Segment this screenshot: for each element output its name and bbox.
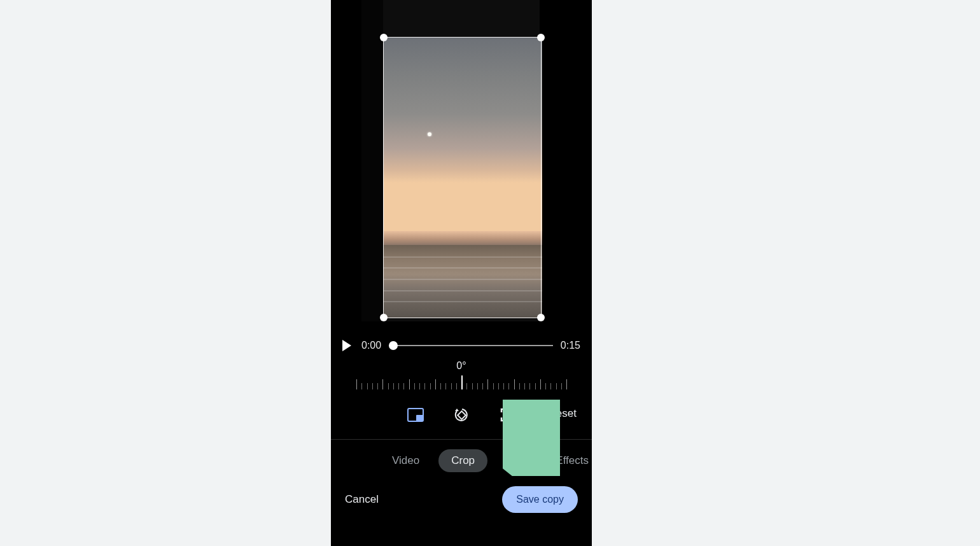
crop-dim-left: [361, 0, 383, 321]
crop-handle-bottom-left[interactable]: [380, 314, 388, 321]
play-icon[interactable]: [342, 340, 351, 351]
crop-handle-top-right[interactable]: [537, 34, 545, 41]
rotation-angle-label: 0°: [331, 360, 592, 372]
video-timeline: 0:00 0:15: [331, 334, 592, 357]
rotation-control: 0°: [331, 360, 592, 389]
expand-icon[interactable]: [498, 406, 516, 424]
reset-button[interactable]: Reset: [549, 407, 577, 420]
divider: [331, 439, 592, 440]
rotation-ruler[interactable]: [356, 375, 566, 389]
svg-rect-1: [416, 415, 423, 421]
tab-effects[interactable]: Effects: [556, 454, 589, 467]
editor-tabs: Video Crop Adjust Effects: [331, 447, 592, 475]
scrubber-track[interactable]: [389, 345, 553, 346]
cancel-button[interactable]: Cancel: [345, 493, 379, 506]
svg-rect-2: [458, 411, 466, 419]
tab-adjust[interactable]: Adjust: [507, 454, 536, 467]
time-total: 0:15: [561, 340, 580, 351]
crop-handle-bottom-right[interactable]: [537, 314, 545, 321]
phone-editor-screen: 0:00 0:15 0° Reset Video Crop Adjust Eff…: [331, 0, 592, 546]
rotate-icon[interactable]: [452, 406, 470, 424]
crop-handle-top-left[interactable]: [380, 34, 388, 41]
crop-frame[interactable]: [383, 37, 542, 318]
bottom-bar: Cancel Save copy: [331, 484, 592, 515]
time-current: 0:00: [361, 340, 381, 351]
tab-video[interactable]: Video: [392, 454, 419, 467]
tab-crop[interactable]: Crop: [438, 449, 487, 472]
scrubber-knob[interactable]: [389, 341, 398, 350]
save-copy-button[interactable]: Save copy: [502, 486, 578, 513]
aspect-ratio-icon[interactable]: [407, 406, 424, 424]
